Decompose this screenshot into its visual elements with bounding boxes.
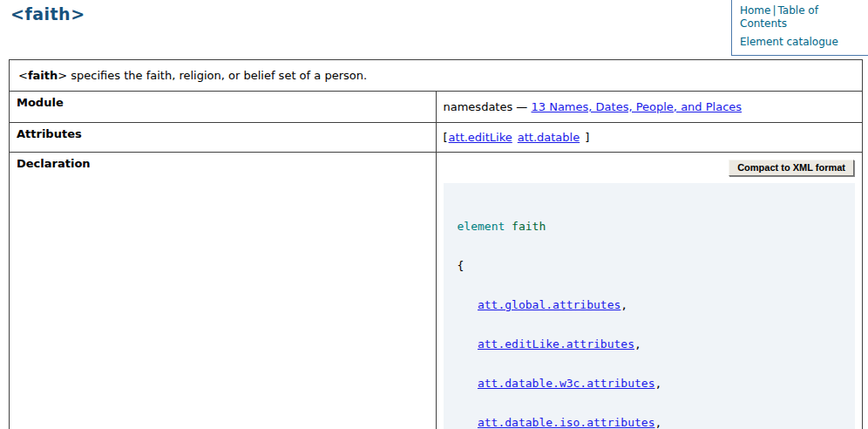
- attributes-close-bracket: ]: [585, 131, 589, 144]
- code-ref-suffix: ,: [654, 377, 661, 390]
- code-ref-suffix: ,: [634, 337, 641, 351]
- code-line-open-brace: {: [458, 259, 842, 272]
- code-keyword: element: [458, 220, 505, 233]
- description-text: specifies the faith, religion, or belief…: [67, 69, 367, 82]
- declaration-row: Declaration Compact to XML format elemen…: [10, 153, 863, 429]
- nav-separator: |: [772, 4, 776, 17]
- nav-link-element-catalogue[interactable]: Element catalogue: [740, 36, 838, 48]
- page-header: <faith> Home|Table of Contents Element c…: [0, 0, 868, 55]
- module-name: namesdates —: [444, 100, 532, 113]
- code-ref-line: att.datable.w3c.attributes,: [458, 377, 842, 390]
- module-value: namesdates — 13 Names, Dates, People, an…: [436, 92, 863, 123]
- module-label: Module: [10, 92, 437, 123]
- description-tag-close: >: [58, 69, 67, 82]
- module-row: Module namesdates — 13 Names, Dates, Peo…: [10, 92, 863, 123]
- attributes-open-bracket: [: [444, 131, 448, 144]
- code-ref-link-att-datable-w3c[interactable]: att.datable.w3c.attributes: [478, 377, 655, 390]
- code-ref-link-att-datable-iso[interactable]: att.datable.iso.attributes: [478, 416, 655, 429]
- code-element-name: faith: [512, 220, 546, 233]
- code-ref-link-att-global[interactable]: att.global.attributes: [478, 298, 620, 311]
- declaration-value: Compact to XML format elementfaith { att…: [436, 153, 863, 429]
- module-chapter-link[interactable]: 13 Names, Dates, People, and Places: [532, 100, 743, 113]
- code-ref-line: att.editLike.attributes,: [458, 337, 842, 351]
- attributes-row: Attributes [att.editLikeatt.datable]: [10, 123, 863, 153]
- code-line-element: elementfaith: [458, 220, 842, 233]
- code-ref-line: att.global.attributes,: [458, 298, 842, 311]
- page-title: <faith>: [10, 4, 85, 24]
- attribute-class-link-datable[interactable]: att.datable: [518, 131, 580, 144]
- nav-link-home[interactable]: Home: [740, 4, 770, 17]
- description-row: <faith> specifies the faith, religion, o…: [10, 60, 863, 92]
- nav-line-1: Home|Table of Contents: [740, 4, 862, 31]
- code-ref-line: att.datable.iso.attributes,: [458, 416, 842, 429]
- nav-box: Home|Table of Contents Element catalogue: [731, 0, 868, 56]
- attributes-value: [att.editLikeatt.datable]: [436, 123, 863, 153]
- attribute-class-link-editlike[interactable]: att.editLike: [449, 131, 512, 144]
- declaration-label: Declaration: [10, 153, 437, 429]
- compact-to-xml-button[interactable]: Compact to XML format: [729, 160, 854, 176]
- nav-line-2: Element catalogue: [740, 36, 862, 49]
- declaration-toolbar: Compact to XML format: [444, 156, 856, 181]
- attributes-label: Attributes: [10, 123, 437, 153]
- description-tag-name: faith: [28, 69, 58, 82]
- description-cell: <faith> specifies the faith, religion, o…: [10, 60, 863, 92]
- code-ref-suffix: ,: [620, 298, 627, 311]
- code-ref-suffix: ,: [654, 416, 661, 429]
- element-reference-table: <faith> specifies the faith, religion, o…: [9, 59, 863, 429]
- code-ref-link-att-editlike[interactable]: att.editLike.attributes: [478, 337, 634, 351]
- declaration-code-block: elementfaith { att.global.attributes, at…: [444, 183, 856, 429]
- description-tag-open: <: [18, 69, 28, 82]
